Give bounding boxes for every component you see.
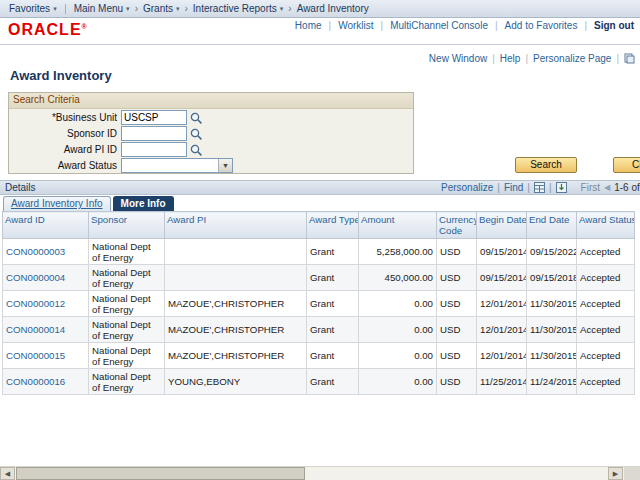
horizontal-scrollbar[interactable]: ◀ ▶ bbox=[0, 466, 640, 480]
cell-award-type: Grant bbox=[307, 265, 359, 291]
table-row: CON0000016National Dept of EnergyYOUNG,E… bbox=[3, 369, 635, 395]
multichannel-console-link[interactable]: MultiChannel Console bbox=[390, 20, 488, 31]
view-all-icon[interactable] bbox=[534, 182, 545, 193]
award-id-link[interactable]: CON0000014 bbox=[6, 324, 65, 335]
grid-tabs: Award Inventory Info More Info bbox=[3, 196, 174, 211]
cell-award-id: CON0000004 bbox=[3, 265, 89, 291]
grid-toolbar: Personalize | Find | | First ◀ 1-6 of 6 … bbox=[441, 182, 640, 193]
cell-sponsor: National Dept of Energy bbox=[89, 317, 165, 343]
business-unit-label: *Business Unit bbox=[9, 112, 121, 123]
page-bar: New Window | Help | Personalize Page | bbox=[0, 44, 640, 67]
breadcrumb-label: Grants bbox=[143, 3, 173, 14]
breadcrumb-label: Interactive Reports bbox=[193, 3, 277, 14]
link-separator: | bbox=[527, 182, 530, 193]
oracle-logo: ORACLE® bbox=[8, 21, 87, 39]
tab-more-info[interactable]: More Info bbox=[113, 196, 174, 211]
column-header-award-type[interactable]: Award Type bbox=[307, 212, 359, 239]
dropdown-arrow-icon: ▼ bbox=[218, 159, 232, 172]
cell-end-date: 11/30/2015 bbox=[527, 343, 577, 369]
home-link[interactable]: Home bbox=[295, 20, 322, 31]
award-id-link[interactable]: CON0000016 bbox=[6, 376, 65, 387]
cell-begin-date: 09/15/2014 bbox=[477, 239, 527, 265]
personalize-link[interactable]: Personalize bbox=[441, 182, 493, 193]
cell-award-pi: MAZOUE',CHRISTOPHER bbox=[165, 291, 307, 317]
award-pi-id-input[interactable] bbox=[121, 142, 187, 157]
cell-sponsor: National Dept of Energy bbox=[89, 343, 165, 369]
award-id-link[interactable]: CON0000003 bbox=[6, 246, 65, 257]
lookup-icon[interactable] bbox=[189, 127, 203, 141]
breadcrumb-interactive-reports[interactable]: Interactive Reports ▾ bbox=[193, 3, 283, 14]
breadcrumb-award-inventory[interactable]: Award Inventory bbox=[297, 3, 369, 14]
breadcrumb: Favorites ▾ Main Menu ▾ › Grants ▾ › Int… bbox=[0, 0, 640, 18]
column-header-amount[interactable]: Amount bbox=[359, 212, 437, 239]
column-header-currency-code[interactable]: Currency Code bbox=[437, 212, 477, 239]
cell-currency-code: USD bbox=[437, 265, 477, 291]
sponsor-id-label: Sponsor ID bbox=[9, 128, 121, 139]
clear-button[interactable]: Clear bbox=[613, 157, 640, 173]
award-status-select[interactable]: ▼ bbox=[121, 158, 233, 173]
column-header-begin-date[interactable]: Begin Date bbox=[477, 212, 527, 239]
column-header-sponsor[interactable]: Sponsor bbox=[89, 212, 165, 239]
cell-award-type: Grant bbox=[307, 369, 359, 395]
previous-page-icon[interactable]: ◀ bbox=[604, 183, 610, 192]
table-row: CON0000014National Dept of EnergyMAZOUE'… bbox=[3, 317, 635, 343]
award-id-link[interactable]: CON0000012 bbox=[6, 298, 65, 309]
scroll-left-icon[interactable]: ◀ bbox=[0, 467, 15, 480]
sponsor-id-input[interactable] bbox=[121, 126, 187, 141]
sign-out-link[interactable]: Sign out bbox=[594, 20, 634, 31]
cell-end-date: 11/30/2015 bbox=[527, 317, 577, 343]
cell-award-type: Grant bbox=[307, 317, 359, 343]
personalize-page-link[interactable]: Personalize Page bbox=[533, 53, 611, 64]
link-separator: | bbox=[381, 20, 384, 31]
page-url-icon[interactable] bbox=[624, 53, 635, 64]
lookup-icon[interactable] bbox=[189, 143, 203, 157]
cell-currency-code: USD bbox=[437, 369, 477, 395]
scroll-right-icon[interactable]: ▶ bbox=[608, 467, 623, 480]
breadcrumb-separator-icon: › bbox=[288, 3, 291, 14]
cell-currency-code: USD bbox=[437, 291, 477, 317]
column-header-award-id[interactable]: Award ID bbox=[3, 212, 89, 239]
breadcrumb-divider bbox=[65, 4, 66, 14]
details-title: Details bbox=[5, 182, 36, 193]
award-id-link[interactable]: CON0000004 bbox=[6, 272, 65, 283]
scrollbar-thumb[interactable] bbox=[16, 467, 305, 480]
search-button[interactable]: Search bbox=[515, 157, 577, 173]
first-link[interactable]: First bbox=[581, 182, 600, 193]
breadcrumb-grants[interactable]: Grants ▾ bbox=[143, 3, 180, 14]
award-id-link[interactable]: CON0000015 bbox=[6, 350, 65, 361]
cell-award-pi bbox=[165, 265, 307, 291]
link-separator: | bbox=[584, 20, 587, 31]
help-link[interactable]: Help bbox=[500, 53, 521, 64]
cell-award-status: Accepted bbox=[577, 239, 635, 265]
new-window-link[interactable]: New Window bbox=[429, 53, 487, 64]
cell-end-date: 11/30/2015 bbox=[527, 291, 577, 317]
link-separator: | bbox=[497, 182, 500, 193]
chevron-down-icon: ▾ bbox=[176, 5, 180, 13]
find-link[interactable]: Find bbox=[504, 182, 523, 193]
tab-award-inventory-info[interactable]: Award Inventory Info bbox=[3, 196, 111, 211]
cell-award-id: CON0000003 bbox=[3, 239, 89, 265]
column-header-award-pi[interactable]: Award PI bbox=[165, 212, 307, 239]
breadcrumb-favorites[interactable]: Favorites ▾ bbox=[9, 3, 57, 14]
table-row: CON0000003National Dept of EnergyGrant5,… bbox=[3, 239, 635, 265]
cell-end-date: 11/24/2015 bbox=[527, 369, 577, 395]
download-icon[interactable] bbox=[556, 182, 567, 193]
add-to-favorites-link[interactable]: Add to Favorites bbox=[505, 20, 578, 31]
registered-mark: ® bbox=[82, 23, 87, 30]
breadcrumb-main-menu[interactable]: Main Menu ▾ bbox=[74, 3, 130, 14]
cell-amount: 0.00 bbox=[359, 317, 437, 343]
cell-begin-date: 12/01/2014 bbox=[477, 343, 527, 369]
breadcrumb-label: Favorites bbox=[9, 3, 50, 14]
business-unit-input[interactable] bbox=[121, 110, 187, 125]
column-header-end-date[interactable]: End Date bbox=[527, 212, 577, 239]
worklist-link[interactable]: Worklist bbox=[338, 20, 373, 31]
cell-award-status: Accepted bbox=[577, 291, 635, 317]
link-separator: | bbox=[495, 20, 498, 31]
lookup-icon[interactable] bbox=[189, 111, 203, 125]
table-row: CON0000004National Dept of EnergyGrant45… bbox=[3, 265, 635, 291]
table-row: CON0000012National Dept of EnergyMAZOUE'… bbox=[3, 291, 635, 317]
cell-award-type: Grant bbox=[307, 343, 359, 369]
cell-amount: 5,258,000.00 bbox=[359, 239, 437, 265]
cell-end-date: 09/15/2018 bbox=[527, 265, 577, 291]
column-header-award-status[interactable]: Award Status bbox=[577, 212, 635, 239]
